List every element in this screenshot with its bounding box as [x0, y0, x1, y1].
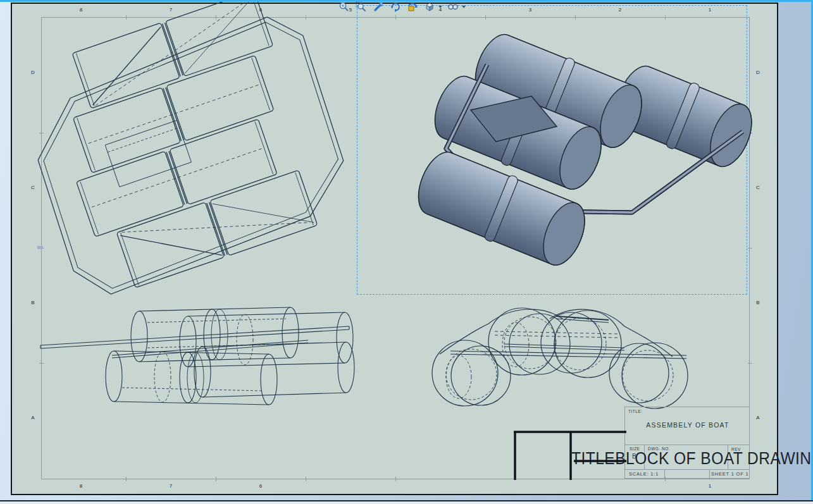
- title-block-line: [709, 469, 710, 478]
- title-block-line: [664, 469, 665, 478]
- drawing-view-top-wireframe[interactable]: [36, 15, 352, 287]
- view-orientation-dropdown-caret[interactable]: [438, 6, 442, 8]
- zone-tick: [126, 477, 127, 481]
- display-style-dropdown-caret[interactable]: [462, 6, 466, 8]
- drawing-sheet[interactable]: 8 7 6 5 4 3 2 1 8 7 6 1 D C B A D C B A: [11, 3, 778, 495]
- zone-tick: [748, 363, 752, 364]
- drawing-view-side-wireframe[interactable]: [36, 304, 359, 411]
- zone-label-left: D: [30, 70, 36, 75]
- zone-tick: [216, 477, 216, 481]
- zone-tick: [395, 477, 396, 481]
- zone-label-bottom: 1: [707, 483, 713, 489]
- zone-label-bottom: 7: [168, 483, 174, 489]
- status-bar: [0, 501, 813, 504]
- zone-label-top: 7: [168, 7, 174, 13]
- heads-up-view-toolbar: [337, 0, 466, 14]
- zoom-to-area-icon[interactable]: [354, 1, 368, 13]
- solidworks-drawing-window: 8 7 6 5 4 3 2 1 8 7 6 1 D C B A D C B A: [0, 0, 813, 504]
- zone-tick: [306, 477, 306, 481]
- zoom-to-fit-icon[interactable]: [337, 1, 351, 13]
- sketch-lines[interactable]: [507, 425, 634, 485]
- zone-label-left: A: [30, 415, 36, 421]
- zone-label-right: B: [755, 300, 761, 305]
- drawing-title: ASSEMBELY OF BOAT: [631, 421, 744, 429]
- rotate-view-icon[interactable]: [388, 1, 402, 13]
- previous-view-icon[interactable]: [371, 1, 385, 13]
- 3d-drawing-view-icon[interactable]: [406, 1, 419, 13]
- view-orientation-icon[interactable]: [423, 1, 436, 13]
- zone-label-right: A: [755, 415, 761, 421]
- zone-label-bottom: 8: [78, 483, 84, 489]
- display-style-icon[interactable]: [446, 1, 459, 13]
- sheet-text: SHEET 1 OF 1: [711, 471, 748, 477]
- zone-label-left: C: [30, 185, 36, 190]
- zone-label-bottom: 6: [258, 483, 264, 489]
- title-label: TITLE:: [628, 409, 643, 414]
- zone-label-top: 8: [78, 7, 84, 13]
- drawing-view-shaded-isometric[interactable]: [403, 36, 757, 289]
- drawing-view-front-wireframe[interactable]: [416, 305, 694, 412]
- zone-label-left: B: [30, 300, 36, 305]
